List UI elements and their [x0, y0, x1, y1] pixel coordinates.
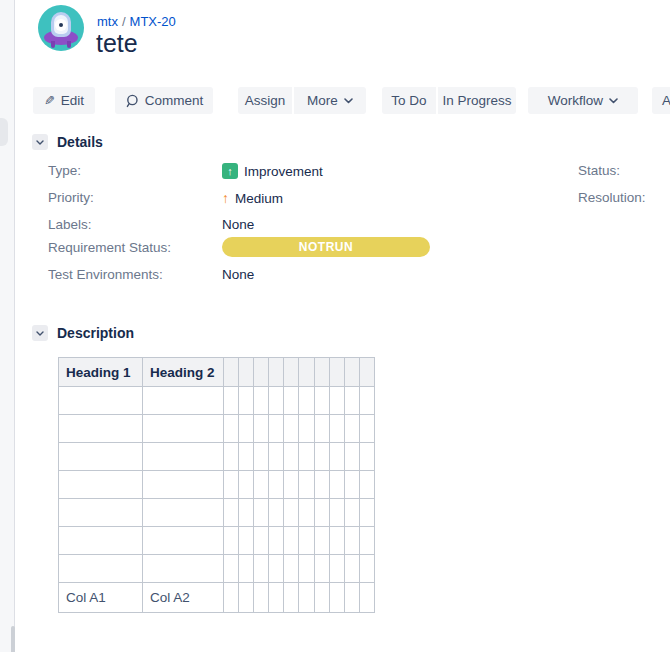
table-cell [59, 555, 143, 583]
table-cell [224, 415, 239, 443]
table-cell [359, 443, 374, 471]
table-cell [299, 499, 314, 527]
table-cell [314, 527, 329, 555]
clipped-right-button[interactable]: A [652, 87, 670, 114]
chevron-down-icon [36, 331, 44, 336]
table-cell [254, 443, 269, 471]
table-cell [239, 499, 254, 527]
table-cell [254, 583, 269, 613]
table-cell [284, 527, 299, 555]
table-header-cell [314, 358, 329, 387]
field-row-requirement-status: Requirement Status: NOTRUN [48, 237, 430, 257]
details-section-header: Details [32, 134, 103, 150]
table-cell [269, 555, 284, 583]
table-cell [224, 527, 239, 555]
table-row [59, 415, 375, 443]
requirement-status-field-label: Requirement Status: [48, 237, 222, 255]
table-cell [344, 443, 359, 471]
table-cell [344, 555, 359, 583]
requirement-status-field-value: NOTRUN [222, 237, 430, 257]
table-cell [143, 387, 224, 415]
table-row [59, 387, 375, 415]
table-cell [239, 527, 254, 555]
project-avatar-alien-icon [38, 5, 84, 51]
breadcrumb-project-link[interactable]: mtx [97, 14, 118, 29]
table-row [59, 555, 375, 583]
field-row-priority: Priority: ↑ Medium [48, 190, 283, 206]
table-cell [299, 527, 314, 555]
comment-button[interactable]: Comment [115, 87, 213, 114]
breadcrumb-issue-link[interactable]: MTX-20 [130, 14, 176, 29]
type-field-label: Type: [48, 163, 222, 178]
to-do-transition-button[interactable]: To Do [382, 87, 436, 114]
table-cell [143, 527, 224, 555]
table-cell [314, 471, 329, 499]
table-cell [314, 415, 329, 443]
table-cell [224, 443, 239, 471]
workflow-transition-button-group: To Do In Progress [382, 87, 516, 114]
edit-button[interactable]: ✎ Edit [33, 87, 95, 114]
table-cell: Col A1 [59, 583, 143, 613]
table-header-cell [299, 358, 314, 387]
table-cell [269, 415, 284, 443]
table-cell [299, 555, 314, 583]
chevron-down-icon [36, 140, 44, 145]
description-section-header: Description [32, 325, 134, 341]
table-cell [284, 555, 299, 583]
table-cell [59, 471, 143, 499]
labels-field-value: None [222, 217, 254, 232]
table-row: Col A1Col A2 [59, 583, 375, 613]
table-cell [269, 527, 284, 555]
assign-button[interactable]: Assign [238, 87, 292, 114]
table-cell [359, 555, 374, 583]
table-cell [254, 527, 269, 555]
resolution-field-label: Resolution: [578, 190, 646, 205]
table-cell [359, 387, 374, 415]
table-cell [59, 387, 143, 415]
priority-value-text: Medium [235, 191, 283, 206]
table-header-cell [359, 358, 374, 387]
rail-scrollbar-thumb[interactable] [11, 626, 15, 652]
pencil-icon: ✎ [44, 93, 55, 108]
table-cell [284, 583, 299, 613]
assign-more-button-group: Assign More [238, 87, 366, 114]
test-environments-field-label: Test Environments: [48, 267, 222, 282]
table-header-cell [284, 358, 299, 387]
table-cell [329, 527, 344, 555]
table-cell [344, 415, 359, 443]
table-cell [284, 499, 299, 527]
table-cell [329, 443, 344, 471]
table-cell [329, 415, 344, 443]
description-collapse-toggle[interactable] [32, 325, 48, 341]
chevron-down-icon [344, 98, 353, 104]
edit-button-label: Edit [61, 93, 84, 108]
table-cell [143, 415, 224, 443]
table-cell [299, 415, 314, 443]
table-cell [239, 583, 254, 613]
breadcrumb-separator: / [122, 14, 126, 29]
table-header-cell: Heading 2 [143, 358, 224, 387]
more-dropdown-button[interactable]: More [294, 87, 366, 114]
table-cell [329, 387, 344, 415]
table-header-cell: Heading 1 [59, 358, 143, 387]
table-cell [359, 583, 374, 613]
table-cell [239, 443, 254, 471]
in-progress-transition-button[interactable]: In Progress [438, 87, 516, 114]
workflow-dropdown-button[interactable]: Workflow [528, 87, 638, 114]
table-cell [269, 583, 284, 613]
table-cell [359, 527, 374, 555]
table-cell [284, 415, 299, 443]
table-cell [359, 499, 374, 527]
table-cell [269, 443, 284, 471]
table-cell [269, 499, 284, 527]
table-cell [224, 387, 239, 415]
table-cell [329, 555, 344, 583]
table-cell [59, 443, 143, 471]
sidebar-expand-handle[interactable] [0, 118, 8, 146]
table-cell: Col A2 [143, 583, 224, 613]
table-cell [299, 387, 314, 415]
table-cell [359, 471, 374, 499]
table-header-cell [344, 358, 359, 387]
table-cell [143, 499, 224, 527]
details-collapse-toggle[interactable] [32, 134, 48, 150]
